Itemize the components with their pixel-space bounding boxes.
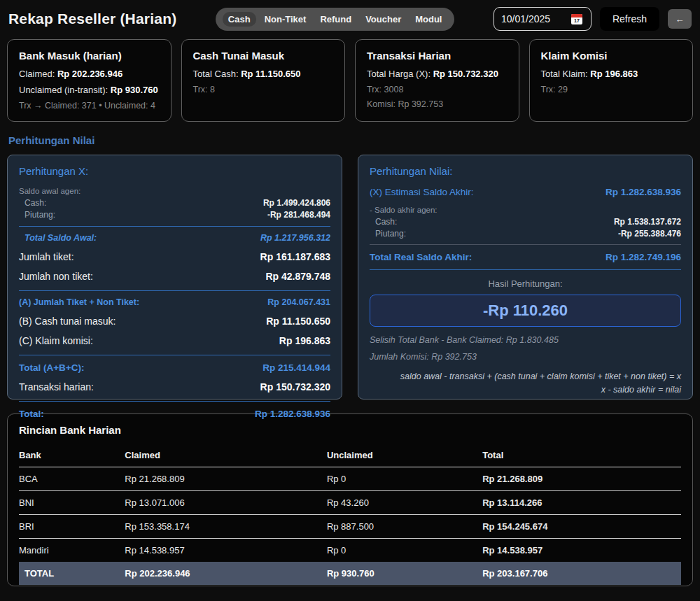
- row-piutang-akhir: Piutang: -Rp 255.388.476: [370, 229, 681, 239]
- formula-line-1: saldo awal - transaksi + (cash tunai + c…: [370, 370, 681, 383]
- row-c-klaim-komisi: (C) Klaim komisi: Rp 196.863: [19, 335, 330, 346]
- date-input[interactable]: [501, 13, 566, 24]
- row-total-abc: Total (A+B+C): Rp 215.414.944: [19, 362, 330, 373]
- saldo-awal-label: Saldo awal agen:: [19, 187, 330, 195]
- panel-perhitungan-nilai: Perhitungan Nilai: (X) Estimasi Saldo Ak…: [358, 155, 693, 400]
- row-b-cash-tunai: (B) Cash tunai masuk: Rp 11.150.650: [19, 316, 330, 327]
- card-title: Klaim Komisi: [541, 50, 682, 62]
- back-arrow-button[interactable]: ←: [668, 9, 692, 29]
- card-trx-summary: Trx → Claimed: 371 • Unclaimed: 4: [19, 101, 160, 111]
- calendar-icon[interactable]: 17: [571, 14, 582, 24]
- formula-line-2: x - saldo akhir = nilai: [370, 383, 681, 397]
- card-cash-tunai: Cash Tunai Masuk Total Cash: Rp 11.150.6…: [181, 39, 346, 122]
- date-field-wrap[interactable]: 17: [493, 7, 592, 31]
- card-row-unclaimed: Unclaimed (in-transit): Rp 930.760: [19, 85, 160, 95]
- card-transaksi-harian: Transaksi Harian Total Harga (X): Rp 150…: [355, 39, 519, 122]
- divider: [370, 269, 681, 270]
- hasil-result-box: -Rp 110.260: [370, 295, 681, 327]
- bank-table: Bank Claimed Unclaimed Total BCA Rp 21.2…: [19, 446, 681, 585]
- card-row-total-cash: Total Cash: Rp 11.150.650: [193, 69, 334, 79]
- card-bank-masuk: Bank Masuk (harian) Claimed: Rp 202.236.…: [7, 39, 172, 122]
- table-row-bni: BNI Rp 13.071.006 Rp 43.260 Rp 13.114.26…: [19, 491, 681, 515]
- row-cash-akhir: Cash: Rp 1.538.137.672: [370, 217, 681, 227]
- section-title-perhitungan-nilai: Perhitungan Nilai: [8, 134, 693, 146]
- hasil-perhitungan-label: Hasil Perhitungan:: [370, 278, 681, 289]
- divider: [370, 244, 681, 245]
- card-title: Bank Masuk (harian): [19, 50, 160, 62]
- header-actions: 17 Refresh ←: [493, 7, 692, 31]
- saldo-akhir-label: - Saldo akhir agen:: [370, 206, 681, 214]
- card-row-total-klaim: Total Klaim: Rp 196.863: [541, 69, 682, 79]
- selisih-note: Selisih Total Bank - Bank Claimed: Rp 1.…: [370, 335, 681, 345]
- card-trx-count: Trx: 3008: [367, 85, 507, 94]
- page-title: Rekap Reseller (Harian): [8, 10, 176, 27]
- card-komisi: Komisi: Rp 392.753: [367, 99, 507, 109]
- card-title: Cash Tunai Masuk: [193, 50, 334, 62]
- calc-panels: Perhitungan X: Saldo awal agen: Cash: Rp…: [7, 155, 693, 400]
- tab-modul[interactable]: Modul: [410, 12, 447, 27]
- row-transaksi-harian: Transaksi harian: Rp 150.732.320: [19, 381, 330, 393]
- table-row-bca: BCA Rp 21.268.809 Rp 0 Rp 21.268.809: [19, 467, 681, 491]
- formula-text: saldo awal - transaksi + (cash tunai + c…: [370, 370, 681, 397]
- panel-perhitungan-x: Perhitungan X: Saldo awal agen: Cash: Rp…: [7, 155, 342, 400]
- panel-title: Perhitungan X:: [19, 165, 330, 177]
- row-jumlah-tiket: Jumlah tiket: Rp 161.187.683: [19, 251, 330, 262]
- row-jumlah-non-tiket: Jumlah non tiket: Rp 42.879.748: [19, 271, 330, 282]
- card-row-total-harga: Total Harga (X): Rp 150.732.320: [367, 69, 507, 79]
- bank-detail-card: Rincian Bank Harian Bank Claimed Unclaim…: [7, 413, 693, 586]
- tab-voucher[interactable]: Voucher: [360, 12, 407, 27]
- card-klaim-komisi: Klaim Komisi Total Klaim: Rp 196.863 Trx…: [529, 39, 694, 122]
- row-a-total: (A) Jumlah Tiket + Non Tiket: Rp 204.067…: [19, 297, 330, 307]
- table-row-bri: BRI Rp 153.358.174 Rp 887.500 Rp 154.245…: [19, 515, 681, 539]
- card-trx-count: Trx: 29: [541, 85, 682, 94]
- tab-cash[interactable]: Cash: [223, 12, 256, 27]
- hasil-result-value: -Rp 110.260: [483, 302, 568, 319]
- col-header-claimed: Claimed: [125, 446, 327, 467]
- divider: [19, 290, 330, 291]
- tab-bar: Cash Non-Tiket Refund Voucher Modul: [216, 8, 455, 31]
- card-trx-count: Trx: 8: [193, 85, 334, 94]
- summary-cards: Bank Masuk (harian) Claimed: Rp 202.236.…: [7, 39, 693, 122]
- row-total-real-saldo-akhir: Total Real Saldo Akhir: Rp 1.282.749.196: [370, 252, 681, 262]
- header: Rekap Reseller (Harian) Cash Non-Tiket R…: [0, 0, 700, 36]
- row-total-saldo-awal: Total Saldo Awal: Rp 1.217.956.312: [24, 233, 330, 243]
- tab-refund[interactable]: Refund: [314, 12, 357, 27]
- bank-table-title: Rincian Bank Harian: [19, 424, 681, 436]
- refresh-button[interactable]: Refresh: [600, 7, 659, 31]
- divider: [19, 355, 330, 355]
- row-piutang: Piutang: -Rp 281.468.494: [19, 210, 330, 220]
- komisi-note: Jumlah Komisi: Rp 392.753: [370, 352, 681, 362]
- col-header-total: Total: [482, 446, 681, 467]
- row-cash: Cash: Rp 1.499.424.806: [19, 198, 330, 208]
- tab-non-tiket[interactable]: Non-Tiket: [259, 12, 312, 27]
- card-title: Transaksi Harian: [367, 50, 507, 62]
- col-header-bank: Bank: [19, 446, 125, 467]
- divider: [19, 226, 330, 227]
- row-total-x: Total: Rp 1.282.638.936: [19, 409, 330, 419]
- card-row-claimed: Claimed: Rp 202.236.946: [19, 69, 160, 79]
- divider: [19, 401, 330, 402]
- panel-title: Perhitungan Nilai:: [370, 165, 681, 177]
- bank-table-header: Bank Claimed Unclaimed Total: [19, 446, 681, 467]
- col-header-unclaimed: Unclaimed: [327, 446, 482, 467]
- table-row-total: TOTAL Rp 202.236.946 Rp 930.760 Rp 203.1…: [19, 562, 681, 585]
- table-row-mandiri: Mandiri Rp 14.538.957 Rp 0 Rp 14.538.957: [19, 539, 681, 563]
- row-estimasi-saldo-akhir: (X) Estimasi Saldo Akhir: Rp 1.282.638.9…: [370, 187, 681, 197]
